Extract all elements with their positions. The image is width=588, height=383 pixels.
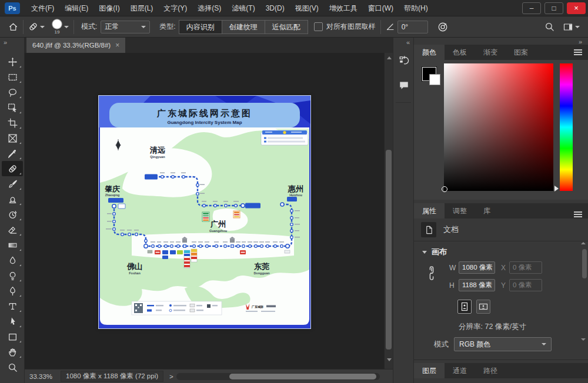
tab-layers[interactable]: 图层 (414, 363, 445, 378)
menu-image[interactable]: 图像(I) (93, 0, 125, 16)
tool-spot-healing-brush[interactable] (2, 161, 23, 176)
divider (396, 102, 411, 103)
scroll-up-icon[interactable] (387, 56, 392, 59)
tools-collapse-icon[interactable]: » (0, 38, 24, 48)
maximize-button[interactable]: □ (544, 2, 563, 14)
tab-gradients[interactable]: 渐变 (475, 45, 506, 60)
tool-marquee[interactable] (2, 69, 23, 85)
canvas-area[interactable]: 广东城际线网示意图 Guangdong Intercity System Map (25, 53, 393, 369)
diffusion-icon[interactable] (437, 22, 448, 32)
tool-frame[interactable] (2, 130, 23, 146)
workspace-switcher-icon[interactable] (563, 22, 580, 32)
menu-plugins[interactable]: 增效工具 (324, 0, 363, 16)
color-mode-row: 模式 RGB 颜色 (414, 337, 588, 351)
photoshop-logo-icon[interactable]: Ps (5, 2, 20, 14)
tab-color[interactable]: 颜色 (414, 45, 445, 60)
scroll-down-icon[interactable] (387, 358, 392, 361)
tab-swatches[interactable]: 色板 (445, 45, 475, 60)
menu-edit[interactable]: 编辑(E) (59, 0, 93, 16)
panel-menu-icon[interactable] (574, 211, 582, 213)
dock-expand-icon[interactable]: « (393, 38, 413, 46)
tool-gradient[interactable] (2, 237, 23, 253)
tab-patterns[interactable]: 图案 (506, 45, 536, 60)
type-proximity-match-button[interactable]: 近似匹配 (265, 20, 308, 34)
menu-3d[interactable]: 3D(D) (260, 0, 290, 16)
open-document-image[interactable]: 广东城际线网示意图 Guangdong Intercity System Map (99, 96, 310, 328)
horizontal-scrollbar-thumb[interactable] (229, 374, 376, 379)
portrait-orientation-button[interactable] (457, 300, 472, 314)
menu-layer[interactable]: 图层(L) (125, 0, 159, 16)
tab-libraries[interactable]: 库 (475, 203, 499, 219)
tool-clone-stamp[interactable] (2, 192, 23, 207)
resolution-value: 72 像素/英寸 (485, 322, 526, 331)
minimize-button[interactable]: – (522, 2, 541, 14)
tab-paths[interactable]: 路径 (475, 363, 506, 378)
width-input[interactable]: 1080 像素 (459, 261, 495, 274)
tool-move[interactable] (2, 54, 23, 69)
tool-type[interactable] (2, 298, 23, 314)
hue-slider[interactable] (560, 63, 573, 191)
saturation-brightness-picker[interactable] (444, 63, 553, 191)
tool-brush[interactable] (2, 176, 23, 192)
horizontal-scrollbar[interactable] (176, 373, 380, 380)
menu-filter[interactable]: 滤镜(T) (226, 0, 260, 16)
x-input[interactable]: 0 像素 (509, 261, 542, 274)
background-color-swatch[interactable] (429, 74, 440, 85)
tool-dodge[interactable] (2, 268, 23, 283)
mode-select[interactable]: 正常 (101, 21, 150, 33)
y-label: Y (501, 281, 506, 290)
panel-menu-icon[interactable] (574, 49, 582, 51)
tool-object-selection[interactable] (2, 100, 23, 115)
tool-pen[interactable] (2, 283, 23, 298)
tool-blur[interactable] (2, 253, 23, 268)
tool-hand[interactable] (2, 344, 23, 360)
properties-scrollbar-thumb[interactable] (582, 249, 587, 278)
tab-properties[interactable]: 属性 (414, 203, 445, 219)
canvas-section-header[interactable]: 画布 (422, 247, 447, 257)
healing-brush-preset-icon[interactable] (28, 22, 45, 32)
close-icon[interactable]: × (115, 41, 119, 49)
close-button[interactable]: × (567, 2, 586, 14)
history-panel-icon[interactable] (393, 51, 415, 70)
type-create-texture-button[interactable]: 创建纹理 (222, 20, 265, 34)
landscape-orientation-button[interactable] (476, 300, 490, 314)
tool-path-selection[interactable] (2, 314, 23, 329)
height-label: H (449, 281, 455, 290)
color-picker-cursor[interactable] (442, 186, 447, 192)
tool-lasso[interactable] (2, 85, 23, 100)
scroll-up-icon[interactable] (581, 242, 586, 244)
tool-history-brush[interactable] (2, 207, 23, 222)
zoom-level-field[interactable]: 33.33% (29, 373, 52, 380)
y-input[interactable]: 0 像素 (509, 279, 542, 291)
menu-view[interactable]: 视图(V) (290, 0, 324, 16)
tab-channels[interactable]: 通道 (445, 363, 475, 378)
height-input[interactable]: 1188 像素 (459, 279, 495, 291)
brush-size-picker[interactable]: 19 (52, 19, 69, 35)
separator (74, 20, 74, 34)
sample-all-layers-checkbox[interactable] (314, 22, 323, 31)
tool-crop[interactable] (2, 115, 23, 130)
menu-type[interactable]: 文字(Y) (158, 0, 192, 16)
search-icon[interactable] (544, 22, 554, 32)
menu-select[interactable]: 选择(S) (192, 0, 226, 16)
tool-zoom[interactable] (2, 360, 23, 375)
vertical-scrollbar[interactable] (384, 53, 393, 369)
hue-slider-pointer[interactable] (554, 186, 559, 192)
home-icon[interactable] (8, 22, 18, 32)
status-next-icon[interactable]: > (169, 373, 173, 380)
vertical-scrollbar-thumb[interactable] (386, 150, 392, 350)
type-content-aware-button[interactable]: 内容识别 (179, 20, 222, 34)
comments-panel-icon[interactable] (393, 75, 415, 95)
angle-input[interactable]: 0° (397, 21, 428, 33)
document-tab[interactable]: 640.jfif @ 33.3%(RGB/8#) × (26, 38, 125, 53)
menu-file[interactable]: 文件(F) (26, 0, 59, 16)
menu-help[interactable]: 帮助(H) (399, 0, 433, 16)
color-mode-value: RGB 颜色 (459, 340, 540, 350)
tool-rectangle[interactable] (2, 329, 23, 344)
tab-adjustments[interactable]: 调整 (445, 203, 475, 219)
tool-eraser[interactable] (2, 222, 23, 237)
tool-eyedropper[interactable] (2, 146, 23, 161)
link-dimensions-icon[interactable] (427, 266, 436, 281)
menu-window[interactable]: 窗口(W) (363, 0, 399, 16)
color-mode-select[interactable]: RGB 颜色 (454, 337, 552, 351)
